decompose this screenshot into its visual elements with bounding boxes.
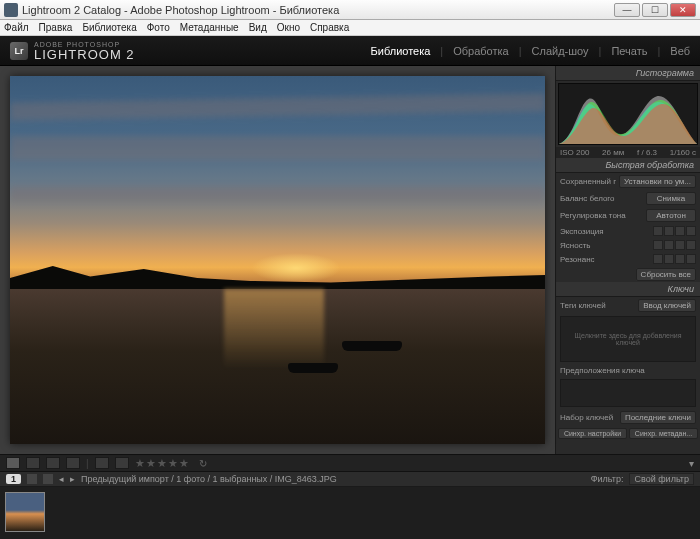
keyword-suggest-label: Предположения ключа: [560, 366, 696, 375]
toolbar: | ★★★★★ ↻ ▾: [0, 454, 700, 472]
vibrance-label: Резонанс: [560, 255, 650, 264]
right-panel: Гистограмма ISO 200 26 мм f / 6.3 1/160 …: [555, 66, 700, 454]
minimize-button[interactable]: —: [614, 3, 640, 17]
filmstrip[interactable]: [0, 487, 700, 539]
filter-dropdown[interactable]: Свой фильтр: [629, 473, 694, 485]
reset-button[interactable]: Сбросить все: [636, 268, 696, 281]
toolbar-menu-icon[interactable]: ▾: [689, 458, 694, 469]
grid-view-icon[interactable]: [6, 457, 20, 469]
keyword-tags-dropdown[interactable]: Ввод ключей: [638, 299, 696, 312]
histogram-info: ISO 200 26 мм f / 6.3 1/160 с: [556, 147, 700, 158]
preset-label: Сохраненный пресет: [560, 177, 616, 186]
filmstrip-header: 1 ◂ ▸ Предыдущий импорт / 1 фото / 1 выб…: [0, 472, 700, 487]
exposure-label: Экспозиция: [560, 227, 650, 236]
menu-bar: Файл Правка Библиотека Фото Метаданные В…: [0, 20, 700, 36]
keyword-tags-label: Теги ключей: [560, 301, 635, 310]
iso-value: ISO 200: [560, 148, 589, 157]
image-viewer[interactable]: [0, 66, 555, 454]
brand-bar: Lr ADOBE PHOTOSHOP LIGHTROOM 2 Библиотек…: [0, 36, 700, 66]
keyword-suggest-area: [560, 379, 696, 407]
filter-label: Фильтр:: [591, 474, 624, 484]
autotone-button[interactable]: Автотон: [646, 209, 696, 222]
keyword-set-label: Набор ключей: [560, 413, 617, 422]
cycle-icon[interactable]: ↻: [199, 458, 207, 469]
secondary-display-icon[interactable]: [27, 474, 37, 484]
maximize-button[interactable]: ☐: [642, 3, 668, 17]
clarity-label: Ясность: [560, 241, 650, 250]
keywords-header[interactable]: Ключи: [556, 282, 700, 297]
close-button[interactable]: ✕: [670, 3, 696, 17]
compare-view-icon[interactable]: [46, 457, 60, 469]
thumbnail[interactable]: [5, 492, 45, 532]
menu-help[interactable]: Справка: [310, 22, 349, 33]
wb-dropdown[interactable]: Снимка: [646, 192, 696, 205]
sync-metadata-button[interactable]: Синхр. метадан...: [629, 428, 698, 439]
window-title: Lightroom 2 Catalog - Adobe Photoshop Li…: [22, 4, 614, 16]
vibrance-stepper[interactable]: [653, 254, 696, 264]
lightroom-logo-icon: Lr: [10, 42, 28, 60]
grid-toggle-icon[interactable]: [43, 474, 53, 484]
menu-metadata[interactable]: Метаданные: [180, 22, 239, 33]
window-titlebar: Lightroom 2 Catalog - Adobe Photoshop Li…: [0, 0, 700, 20]
clarity-stepper[interactable]: [653, 240, 696, 250]
module-picker: Библиотека| Обработка| Слайд-шоу| Печать…: [371, 45, 690, 57]
app-icon: [4, 3, 18, 17]
breadcrumb[interactable]: Предыдущий импорт / 1 фото / 1 выбранных…: [81, 474, 585, 484]
module-web[interactable]: Веб: [670, 45, 690, 57]
nav-forward-icon[interactable]: ▸: [70, 474, 75, 484]
window-count-badge[interactable]: 1: [6, 474, 21, 484]
preset-dropdown[interactable]: Установки по ум...: [619, 175, 696, 188]
menu-window[interactable]: Окно: [277, 22, 300, 33]
menu-library[interactable]: Библиотека: [82, 22, 136, 33]
exposure-stepper[interactable]: [653, 226, 696, 236]
nav-back-icon[interactable]: ◂: [59, 474, 64, 484]
shutter-value: 1/160 с: [670, 148, 696, 157]
histogram-graph[interactable]: [558, 83, 698, 145]
quickdev-header[interactable]: Быстрая обработка: [556, 158, 700, 173]
menu-file[interactable]: Файл: [4, 22, 29, 33]
module-library[interactable]: Библиотека: [371, 45, 431, 57]
menu-view[interactable]: Вид: [249, 22, 267, 33]
module-slideshow[interactable]: Слайд-шоу: [532, 45, 589, 57]
aperture-value: f / 6.3: [637, 148, 657, 157]
histogram-header[interactable]: Гистограмма: [556, 66, 700, 81]
menu-photo[interactable]: Фото: [147, 22, 170, 33]
module-develop[interactable]: Обработка: [453, 45, 508, 57]
focal-value: 26 мм: [602, 148, 624, 157]
preview-image: [10, 76, 545, 444]
module-print[interactable]: Печать: [611, 45, 647, 57]
survey-view-icon[interactable]: [66, 457, 80, 469]
wb-label: Баланс белого: [560, 194, 643, 203]
keyword-input-area[interactable]: Щелкните здесь для добавления ключей: [560, 316, 696, 362]
keyword-set-dropdown[interactable]: Последние ключи: [620, 411, 696, 424]
loupe-view-icon[interactable]: [26, 457, 40, 469]
menu-edit[interactable]: Правка: [39, 22, 73, 33]
brand-large: LIGHTROOM 2: [34, 48, 135, 61]
rating-stars[interactable]: ★★★★★: [135, 457, 190, 470]
sync-settings-button[interactable]: Синхр. настройки: [558, 428, 627, 439]
tone-label: Регулировка тона: [560, 211, 643, 220]
flag-pick-icon[interactable]: [95, 457, 109, 469]
flag-reject-icon[interactable]: [115, 457, 129, 469]
